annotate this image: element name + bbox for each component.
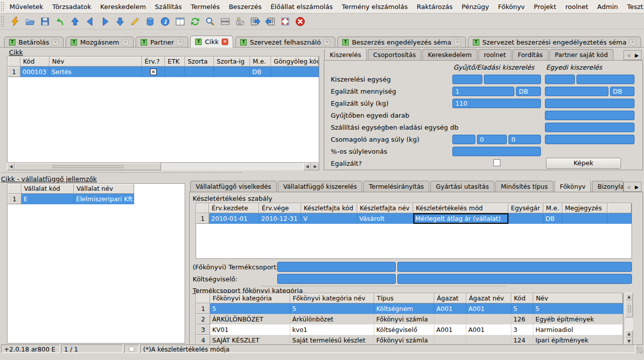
next-record-button[interactable] xyxy=(98,15,112,29)
egalizalt-mennyiseg-unit-field[interactable]: DB xyxy=(516,87,541,96)
menu-item-roolnet[interactable]: roolnet xyxy=(561,1,593,13)
close-tab-icon[interactable]: ✕ xyxy=(222,39,228,45)
table-row[interactable]: 4 SAJÁT KÉSZLET Saját termelésű készlet … xyxy=(196,335,623,345)
column-header-me[interactable]: M.e. xyxy=(543,203,562,213)
scroll-right-button[interactable]: ▶ xyxy=(311,163,319,170)
table-view-button[interactable] xyxy=(218,15,232,29)
table-row[interactable]: 1 2010-01-01 2010-12-31 V Vásárolt Mérle… xyxy=(196,213,631,224)
termekcsoport-kod-field[interactable] xyxy=(277,262,396,272)
last-record-button[interactable] xyxy=(113,15,127,29)
tab-scroll-right-icon[interactable]: ▶ xyxy=(632,51,641,60)
tab-szervezet-felhasznalo[interactable]: TSzervezet felhasználó✕ xyxy=(235,37,335,47)
column-header-keszletfajta-nev[interactable]: Készletfajta név xyxy=(357,203,413,213)
menu-item-penzugy[interactable]: Pénzügy xyxy=(457,1,494,13)
scroll-track[interactable] xyxy=(161,163,303,170)
tab-vallalatfuggo-kiszereles[interactable]: Vállalatfüggő kiszerelés xyxy=(278,181,362,192)
menu-item-szallitas[interactable]: Szállítás xyxy=(151,1,187,13)
column-header-keszletfajta-kod[interactable]: Készletfajta kód xyxy=(301,203,357,213)
menu-item-kereskedelem[interactable]: Kereskedelem xyxy=(96,1,150,13)
menu-item-termeles[interactable]: Termelés xyxy=(186,1,224,13)
termekcsoport-nev-field[interactable] xyxy=(397,262,632,272)
menu-item-termeny-elszamolas[interactable]: Termény elszámolás xyxy=(337,1,412,13)
tab-csoportositas[interactable]: Csoportosítás xyxy=(368,49,421,61)
undo-button[interactable] xyxy=(53,15,67,29)
open-button[interactable] xyxy=(23,15,37,29)
database-button[interactable] xyxy=(143,15,157,29)
egalizalt-mennyiseg-field[interactable]: 1 xyxy=(452,87,514,96)
fullscreen-button[interactable] xyxy=(278,15,292,29)
column-header-tipus[interactable]: Típus xyxy=(374,293,434,303)
menubar-drag-grip[interactable] xyxy=(1,2,4,12)
tab-fokonyv[interactable]: Főkönyv xyxy=(554,181,591,192)
tab-beszerzes-engedelyezes[interactable]: TBeszerzés engedélyezés séma✕ xyxy=(337,37,466,47)
toolbar-drag-grip[interactable] xyxy=(1,16,4,28)
close-tab-icon[interactable]: ✕ xyxy=(177,39,183,46)
column-header-nev[interactable]: Név xyxy=(533,293,623,303)
column-header-kod[interactable]: Kód xyxy=(511,293,533,303)
kiszerelesi-egyseg-gyujto-nev-field[interactable] xyxy=(484,75,541,84)
refresh-button[interactable] xyxy=(188,15,202,29)
egyedi-mennyiseg-field[interactable] xyxy=(545,87,608,96)
scroll-track[interactable] xyxy=(625,317,633,330)
tab-szervezet-beszerzesi[interactable]: TSzervezet beszerzési engedélyeztetés sé… xyxy=(468,37,641,47)
kepek-button[interactable]: Képek xyxy=(546,158,621,169)
column-header-egysegar[interactable]: Egységár xyxy=(508,203,543,213)
column-header-fokonyvi-kategoria-nev[interactable]: Főkönyvi kategória név xyxy=(290,293,374,303)
column-header-me[interactable]: M.e. xyxy=(250,57,271,67)
column-header-fokonyvi-kategoria[interactable]: Főkönyvi kategória xyxy=(210,293,290,303)
tab-forditas[interactable]: Fordítás xyxy=(512,49,548,61)
table-prev-button[interactable] xyxy=(263,15,277,29)
column-header-vallalat-kod[interactable]: Vállalat kód xyxy=(22,184,74,194)
tab-mozgasnem[interactable]: TMozgásnem✕ xyxy=(66,37,134,47)
egalizalt-checkbox[interactable] xyxy=(493,159,500,166)
close-tab-icon[interactable]: ✕ xyxy=(454,39,461,46)
menu-item-teszt[interactable]: Teszt xyxy=(622,1,644,13)
tab-vallalatfuggo-viselkedes[interactable]: Vállalatfüggő viselkedés xyxy=(190,181,277,192)
egyedi-suly-field[interactable] xyxy=(545,99,634,108)
table-row[interactable]: 2 ÁRKÜLÖNBÖZET Árkülönbözet Főkönyvi szá… xyxy=(196,314,623,324)
column-header-agazat-nev[interactable]: Ágazat név xyxy=(466,293,511,303)
koltsegviselo-nev-field[interactable] xyxy=(397,274,632,284)
tab-scroll-right-icon[interactable]: ▶ xyxy=(632,182,641,191)
menu-item-projekt[interactable]: Projekt xyxy=(529,1,561,13)
info-button[interactable]: i xyxy=(158,15,172,29)
keyboard-export-button[interactable] xyxy=(233,15,247,29)
scroll-thumb[interactable] xyxy=(625,300,633,317)
execute-button[interactable] xyxy=(8,15,22,29)
csomagolo-suly-kod-field[interactable] xyxy=(452,135,475,144)
window-layout-button[interactable] xyxy=(173,15,187,29)
csomagolo-suly-2-field[interactable]: 0 xyxy=(508,135,541,144)
menu-item-raktarozas[interactable]: Raktározás xyxy=(412,1,457,13)
tab-scroll-left-icon[interactable]: ◀ xyxy=(624,182,632,191)
table-row[interactable]: 1 E Élelmiszeripari Kft. xyxy=(8,194,185,204)
window-resize-grip[interactable] xyxy=(636,347,643,353)
kiszerelesi-egyseg-egyedi-nev-field[interactable] xyxy=(576,75,634,84)
tab-partner[interactable]: TPartner✕ xyxy=(136,37,188,47)
csomagolo-egyedi-field[interactable] xyxy=(545,135,634,144)
close-tab-icon[interactable]: ✕ xyxy=(629,39,636,46)
tab-betarolas[interactable]: TBetárolás✕ xyxy=(4,37,64,47)
menu-item-muveletek[interactable]: Műveletek xyxy=(5,1,48,13)
koltsegviselo-kod-field[interactable] xyxy=(277,274,396,284)
column-header-erv-vege[interactable]: Érv.vége xyxy=(259,203,301,213)
kiszerelesi-egyseg-gyujto-kod-field[interactable] xyxy=(452,75,482,84)
column-header-gongyoleg-kod[interactable]: Göngyöleg kód xyxy=(271,57,319,67)
tab-termelesiranyitas[interactable]: Termelésirányítás xyxy=(363,181,429,192)
table-row[interactable]: 1 000103 Sertés ✕ DB xyxy=(8,67,319,77)
column-header-nev[interactable]: Név xyxy=(50,57,142,67)
search-button[interactable] xyxy=(203,15,217,29)
tab-roolnet[interactable]: roolnet xyxy=(478,49,511,61)
csomagolo-suly-1-field[interactable]: 0 xyxy=(477,135,507,144)
save-button[interactable] xyxy=(38,15,52,29)
tab-scroll-left-icon[interactable]: ◀ xyxy=(624,51,632,60)
gyujtoben-egyedi-darab-field[interactable] xyxy=(545,111,634,120)
close-tab-icon[interactable]: ✕ xyxy=(52,39,59,46)
close-tab-icon[interactable]: ✕ xyxy=(122,39,129,46)
column-header-vallalat-nev[interactable]: Vállalat név xyxy=(74,184,134,194)
column-header-kod[interactable]: Kód xyxy=(21,57,50,67)
menu-item-eloallat-elszamolas[interactable]: Élőállat elszámolás xyxy=(266,1,337,13)
tab-minosites-tipus[interactable]: Minősítés típus xyxy=(495,181,553,192)
table-next-button[interactable] xyxy=(248,15,262,29)
tab-kiszereles[interactable]: Kiszerelés xyxy=(324,49,367,61)
scroll-up-button[interactable]: ▲ xyxy=(625,293,633,300)
